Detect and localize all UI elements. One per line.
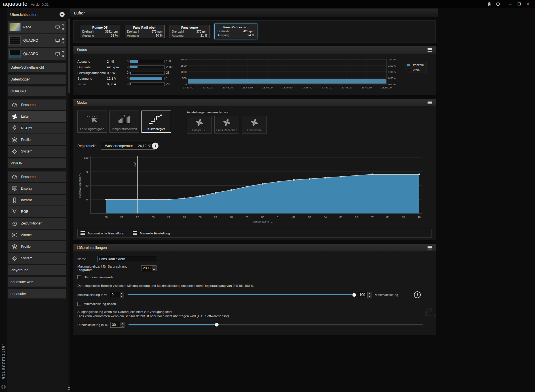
sidebar-item-display[interactable]: Display <box>8 183 66 194</box>
sidebar-item-alarme[interactable]: Alarme <box>8 230 66 240</box>
spin-up-button[interactable] <box>120 322 124 325</box>
metric-max: 2000 <box>166 65 172 69</box>
sidebar-item-sensoren[interactable]: Sensoren <box>8 171 66 182</box>
globe-icon[interactable] <box>1 384 6 390</box>
metric-bargraph <box>130 60 165 63</box>
panel-menu-icon[interactable] <box>428 101 432 104</box>
fan-name-input[interactable] <box>97 256 156 262</box>
metric-max: 2.0 <box>166 82 170 86</box>
sidebar-item-sensoren[interactable]: Sensoren <box>8 99 66 110</box>
sidebar-item-zeitfunktionen[interactable]: Zeitfunktionen <box>8 218 66 229</box>
monitor-icon[interactable] <box>55 52 60 56</box>
add-page-button[interactable]: + <box>60 12 65 17</box>
svg-text:23:47:30: 23:47:30 <box>322 86 332 89</box>
drehzahl-value: 673 rpm <box>151 30 162 34</box>
sidebar-item-daten-schnellansicht[interactable]: Daten-Schnellansicht <box>8 63 66 72</box>
maxrpm-value: 2000 <box>141 266 152 271</box>
overview-page-row[interactable]: QUADRO <box>8 48 66 60</box>
curve-chart-container[interactable]: 1007550252021222324252627282930313233343… <box>77 154 432 226</box>
overview-page-row[interactable]: QUADRO <box>8 34 66 47</box>
sidebar-item-label: Sensoren <box>21 103 35 107</box>
svg-text:500: 500 <box>182 77 187 80</box>
status-metric-row: Strom 0,06 A 0 2.0 <box>77 82 174 86</box>
close-button[interactable] <box>524 1 532 7</box>
panel-menu-icon[interactable] <box>428 246 432 249</box>
manual-settings-button[interactable]: Manuelle Einstellung <box>133 231 170 235</box>
sidebar-item-rgb[interactable]: RGB <box>8 206 66 217</box>
slider-handle[interactable] <box>215 323 219 327</box>
regler-source-select[interactable]: Wassertemperatur 24,12 °C <box>101 142 155 150</box>
spin-up-button[interactable] <box>152 266 156 268</box>
sidebar-item-aquasuite-web[interactable]: aquasuite web <box>8 277 66 287</box>
monitor-icon[interactable] <box>55 38 60 43</box>
sidebar-scrollbar[interactable] <box>68 19 70 384</box>
spin-down-button[interactable] <box>368 295 372 298</box>
add-source-button[interactable]: + <box>152 143 158 149</box>
sidebar-group-vision[interactable]: VISION <box>8 158 66 168</box>
svg-text:25: 25 <box>85 198 88 201</box>
fan-card-fans-radi-oben[interactable]: Fans Radi oben Drehzahl673 rpm Ausgang20… <box>125 25 165 38</box>
fallback-spinner[interactable]: 30 <box>110 322 124 328</box>
maxrpm-spinner[interactable]: 2000 <box>141 265 157 271</box>
sidebar-item-playground[interactable]: Playground <box>8 265 66 275</box>
sidebar-item-aquasuite[interactable]: aquasuite <box>8 289 66 298</box>
overview-page-row[interactable]: Page <box>8 21 66 33</box>
lock-icon[interactable] <box>61 50 65 54</box>
svg-text:23:44:10: 23:44:10 <box>242 86 253 89</box>
sidebar-item-label: RGBpx <box>21 126 32 130</box>
sidebar-item-infrarot[interactable]: Infrarot <box>8 195 66 205</box>
hold-min-checkbox[interactable] <box>77 302 81 306</box>
spin-down-button[interactable] <box>120 295 124 298</box>
sidebar-item-system[interactable]: System <box>8 253 66 264</box>
info-icon[interactable] <box>496 2 500 7</box>
spin-down-button[interactable] <box>152 268 156 271</box>
minimize-button[interactable] <box>506 1 514 7</box>
scrollbar-arrows[interactable] <box>68 386 70 390</box>
spin-up-button[interactable] <box>368 292 372 295</box>
lock-icon[interactable] <box>61 24 65 27</box>
sidebar-item-datenlogger[interactable]: Datenlogger <box>8 75 66 84</box>
monitor-icon[interactable] <box>55 25 60 30</box>
copy-from-fans-radi-oben[interactable]: Fans Radi oben <box>214 116 239 134</box>
max-power-value: 100 <box>358 292 367 298</box>
sidebar-item-system[interactable]: System <box>8 146 66 157</box>
gear-icon[interactable] <box>61 27 65 31</box>
info-icon[interactable]: i <box>414 291 421 298</box>
layers-icon[interactable] <box>487 2 492 7</box>
sidebar-item-luefter[interactable]: Lüfter <box>8 111 66 122</box>
ausgang-label: Ausgang <box>82 34 94 38</box>
gear-icon[interactable] <box>61 41 65 44</box>
scrollbar-thumb[interactable] <box>68 19 70 93</box>
panel-menu-icon[interactable] <box>428 48 432 52</box>
mode-button-leistungsvorgabe[interactable]: Leistungsvorgabe <box>77 111 107 133</box>
min-power-spinner[interactable]: 0 <box>110 292 124 298</box>
gear-icon[interactable] <box>61 54 65 58</box>
slider-handle[interactable] <box>352 293 356 297</box>
sidebar-group-quadro[interactable]: QUADRO <box>8 86 66 96</box>
mode-button-kurvenregler[interactable]: Kurvenregler <box>141 111 171 133</box>
maximize-button[interactable] <box>515 1 523 7</box>
copy-from-pumpe-d5[interactable]: Pumpe D5 <box>187 116 212 134</box>
auto-settings-button[interactable]: Automatische Einstellung <box>81 231 124 235</box>
startboost-checkbox[interactable] <box>77 275 81 279</box>
fan-card-fans-radi-extern[interactable]: Fans Radi extern Drehzahl426 rpm Ausgang… <box>214 24 257 39</box>
spin-down-button[interactable] <box>120 325 124 327</box>
max-power-spinner[interactable]: 100 <box>358 292 372 298</box>
copy-label: Pumpe D5 <box>192 128 206 132</box>
svg-text:33: 33 <box>308 215 311 219</box>
minmax-range-slider[interactable] <box>128 293 354 297</box>
svg-text:23:49:10: 23:49:10 <box>361 86 372 89</box>
mode-button-temperatursollwert[interactable]: Temperatursollwert <box>109 111 139 133</box>
sidebar-item-rgbpx[interactable]: RGBpx <box>8 123 66 134</box>
sidebar-item-profile[interactable]: Profile <box>8 134 66 145</box>
fan-card-pumpe-d5[interactable]: Pumpe D5 Drehzahl3251 rpm Ausgang31 % <box>80 25 120 38</box>
lock-icon[interactable] <box>61 37 65 40</box>
svg-text:37: 37 <box>371 215 374 219</box>
fallback-slider[interactable] <box>128 323 423 327</box>
sidebar: Übersichtsseiten + Page QUADRO QUADRO <box>7 8 70 392</box>
spin-up-button[interactable] <box>120 292 124 295</box>
sidebar-item-profile[interactable]: Profile <box>8 241 66 252</box>
fan-card-fans-vorne[interactable]: Fans vorne Drehzahl370 rpm Ausgang21 % <box>170 25 210 38</box>
copy-from-fans-vorne[interactable]: Fans vorne <box>242 116 267 134</box>
status-metric-row: Leistungsaufnahme 0,8 W 0 25 <box>77 71 174 75</box>
